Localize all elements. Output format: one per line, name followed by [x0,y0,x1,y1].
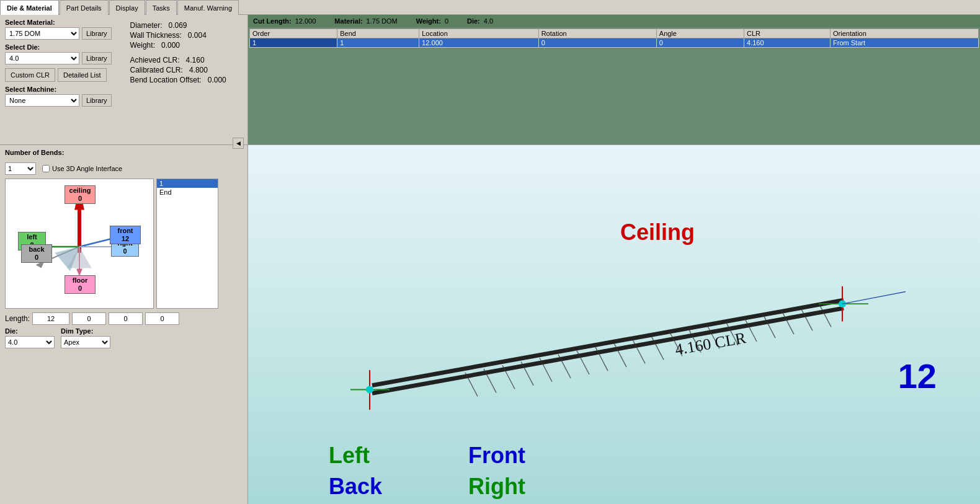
info-die-label: Die: [467,17,480,25]
dir-floor-box[interactable]: floor 0 [65,275,96,294]
vp-number-label: 12 [898,356,937,396]
floor-name: floor [67,276,93,285]
num-bends-select[interactable]: 1 [5,162,36,175]
tab-part-details[interactable]: Part Details [60,0,109,15]
library-material-btn[interactable]: Library [82,27,112,40]
col-clr: CLR [744,29,831,38]
col-bend: Bend [337,29,419,38]
left-panel: Select Material: 1.75 DOM Library Select… [0,15,248,144]
dir-front-box[interactable]: front 12 [110,226,141,244]
bottom-left-panel: Number of Bends: 1 Use 3D Angle Interfac… [0,145,248,504]
tab-display[interactable]: Display [109,0,145,15]
top-section: Select Material: 1.75 DOM Library Select… [0,15,980,145]
vp-left-label: Left [329,443,370,469]
material-select[interactable]: 1.75 DOM [5,27,79,40]
tab-die-material[interactable]: Die & Material [0,0,59,15]
list-item-end[interactable]: End [157,188,218,197]
svg-line-19 [819,303,831,327]
minimize-icon[interactable]: ◀ [233,138,244,149]
dir-ceiling-box[interactable]: ceiling 0 [65,185,96,204]
length-input-1[interactable] [32,312,69,325]
dir-back-box[interactable]: back 0 [21,244,52,263]
col-location: Location [419,29,538,38]
vp-ceiling-label: Ceiling [620,219,695,245]
num-bends-label: Number of Bends: [5,149,64,156]
bottom-section: Number of Bends: 1 Use 3D Angle Interfac… [0,145,980,504]
direction-widget: ceiling 0 floor 0 left 0 right 0 front [5,179,154,309]
direction-list[interactable]: 1 End [156,179,218,309]
svg-line-16 [763,314,775,338]
left-name: left [20,233,43,241]
back-value: 0 [24,254,50,262]
col-angle: Angle [656,29,744,38]
bend-location-offset-value: 0.000 [208,76,226,84]
col-rotation: Rotation [538,29,656,38]
vp-back-label: Back [329,474,382,500]
calibrated-clr-value: 4.800 [189,66,208,74]
ceiling-value: 0 [67,195,93,203]
dim-type-label: Dim Type: [61,327,110,335]
cut-length-value: 12.000 [295,17,316,25]
back-name: back [24,245,50,254]
bend-location-offset-label: Bend Location Offset: [130,76,202,84]
use-3d-checkbox[interactable] [42,165,50,172]
viewport[interactable]: 4.160 CLR Ceiling Floor Left Back Front … [248,145,980,504]
ceiling-name: ceiling [67,187,93,195]
svg-line-15 [744,318,757,342]
list-item-1[interactable]: 1 [157,179,218,188]
cut-length-label: Cut Length: [253,17,292,25]
diameter-value: 0.069 [169,21,187,30]
length-input-4[interactable] [145,312,179,325]
achieved-clr-label: Achieved CLR: [130,56,180,64]
tube-main [372,300,844,385]
select-material-label: Select Material: [5,19,118,26]
right-info-panel: Cut Length: 12.000 Material: 1.75 DOM We… [248,15,980,144]
die-select[interactable]: 4.0 [5,52,79,64]
calibrated-clr-label: Calibrated CLR: [130,66,183,74]
dim-type-select[interactable]: Apex [61,336,110,348]
achieved-clr-value: 4.160 [186,56,205,64]
front-name: front [112,227,138,235]
tab-bar: Die & Material Part Details Display Task… [0,0,980,15]
bend-table: Order Bend Location Rotation Angle CLR O… [249,29,979,48]
tube-bottom [372,308,844,393]
select-machine-label: Select Machine: [5,86,118,93]
vp-front-label: Front [468,443,525,469]
info-material-label: Material: [334,17,362,25]
tube-hatching [465,303,831,396]
bottom-die-select[interactable]: 4.0 [5,336,55,348]
table-area: Order Bend Location Rotation Angle CLR O… [248,27,980,144]
bottom-die-label: Die: [5,327,55,335]
length-input-3[interactable] [109,312,143,325]
detailed-list-btn[interactable]: Detailed List [58,68,107,82]
info-weight-label: Weight: [416,17,441,25]
col-orientation: Orientation [831,29,979,38]
left-endpoint [366,386,373,394]
library-die-btn[interactable]: Library [82,52,112,64]
right-extend-line [842,292,906,304]
table-row[interactable]: 1112.000004.160From Start [250,38,979,48]
select-die-label: Select Die: [5,43,118,51]
info-material-value: 1.75 DOM [367,17,398,25]
col-order: Order [250,29,337,38]
diameter-label: Diameter: [130,21,163,30]
weight-value: 0.000 [161,41,180,50]
length-label: Length: [5,314,30,323]
wall-thickness-label: Wall Thickness: [130,31,182,40]
info-die-value: 4.0 [484,17,493,25]
wall-thickness-value: 0.004 [188,31,207,40]
library-machine-btn[interactable]: Library [82,94,112,107]
svg-line-17 [782,311,794,334]
custom-clr-btn[interactable]: Custom CLR [5,68,55,82]
use-3d-label: Use 3D Angle Interface [52,165,122,172]
svg-line-18 [800,307,813,330]
machine-select[interactable]: None [5,94,79,107]
tab-tasks[interactable]: Tasks [146,0,177,15]
right-value: 0 [114,247,136,255]
vp-right-label: Right [468,474,525,500]
info-header: Cut Length: 12.000 Material: 1.75 DOM We… [248,15,980,27]
weight-label: Weight: [130,41,155,50]
tab-manuf-warning[interactable]: Manuf. Warning [177,0,239,15]
front-value: 12 [112,235,138,243]
length-input-2[interactable] [72,312,106,325]
